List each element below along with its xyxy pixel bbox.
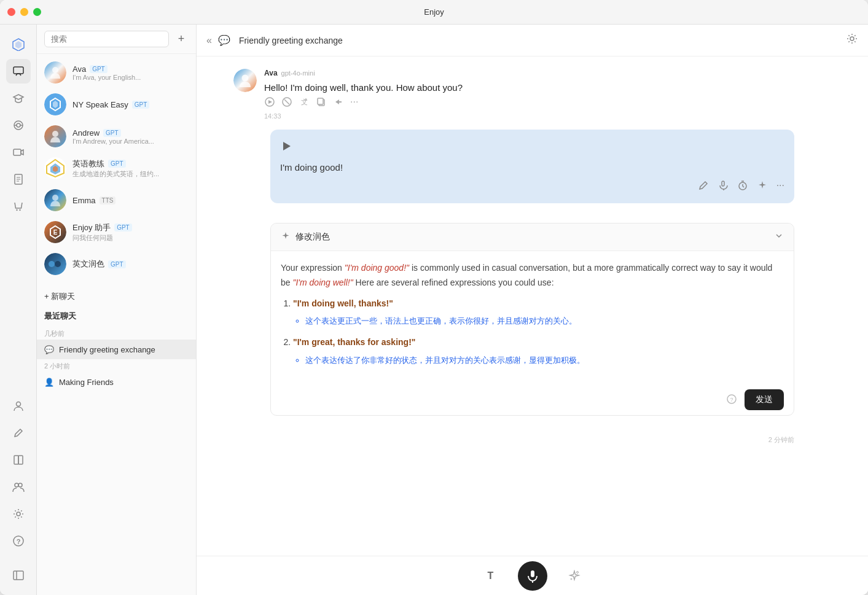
search-input[interactable] — [44, 31, 169, 47]
svg-point-19 — [17, 512, 20, 516]
enjoy-avatar: E — [44, 221, 66, 243]
copy-icon[interactable] — [316, 96, 327, 110]
nav-icon-learn[interactable] — [6, 86, 31, 111]
encoach-desc: 生成地道的美式英语，纽约... — [72, 169, 175, 179]
polish-info: 英文润色 GPT — [72, 259, 175, 270]
enjoy-info: Enjoy 助手 GPT 问我任何问题 — [72, 222, 175, 243]
nav-icon-book[interactable] — [6, 448, 31, 472]
svg-point-62 — [571, 578, 572, 580]
nav-icon-notes[interactable] — [6, 167, 31, 192]
time-label-recent: 几秒前 — [37, 327, 196, 340]
correction-intro: Your expression "I'm doing good!" is com… — [281, 261, 784, 290]
send-button[interactable]: 发送 — [745, 389, 784, 410]
mute-icon[interactable] — [281, 96, 292, 110]
nav-icon-logo[interactable] — [6, 32, 31, 56]
chat-item-greeting[interactable]: 💬 Friendly greeting exchange ··· — [37, 340, 196, 359]
user-reply-panel: I'm doing good! — [270, 130, 794, 203]
correction-chevron[interactable] — [774, 231, 784, 243]
nav-icon-shop[interactable] — [6, 194, 31, 219]
correction-sub-1: 这个表达更正式一些，语法上也更正确，表示你很好，并且感谢对方的关心。 — [293, 314, 784, 328]
add-chat-button[interactable]: + — [174, 32, 189, 47]
correction-header-left: 修改润色 — [281, 231, 330, 243]
svg-rect-53 — [722, 181, 724, 186]
translate-icon[interactable]: 文 — [299, 96, 310, 110]
correction-item-2: "I'm great, thanks for asking!" 这个表达传达了你… — [293, 335, 784, 367]
sparkle-icon[interactable] — [757, 180, 768, 193]
edit-reply-icon[interactable] — [698, 180, 709, 193]
svg-point-4 — [17, 123, 20, 127]
user-audio-button[interactable] — [280, 139, 784, 156]
nav-icon-audio[interactable] — [6, 113, 31, 138]
audio-play-icon[interactable] — [264, 96, 275, 110]
nav-icon-sidebar[interactable] — [6, 563, 31, 588]
ava-name: Ava GPT — [72, 64, 175, 74]
nav-icon-video[interactable] — [6, 140, 31, 165]
chat-item-friends[interactable]: 👤 Making Friends ··· — [37, 372, 196, 392]
text-tool[interactable]: T — [479, 564, 503, 588]
correction-sub-2: 这个表达传达了你非常好的状态，并且对对方的关心表示感谢，显得更加积极。 — [293, 354, 784, 367]
back-button[interactable]: « — [206, 35, 212, 46]
svg-point-40 — [850, 37, 854, 41]
ai-message-actions: 文 ··· — [264, 96, 831, 110]
svg-rect-15 — [14, 456, 18, 464]
time-label-older: 2 小时前 — [37, 359, 196, 372]
window-controls[interactable] — [7, 8, 41, 16]
andrew-info: Andrew GPT I'm Andrew, your America... — [72, 128, 175, 145]
nav-icon-profile[interactable] — [6, 394, 31, 418]
help-icon[interactable]: ? — [726, 394, 737, 406]
ava-info: Ava GPT I'm Ava, your English... — [72, 64, 175, 81]
nav-icon-settings[interactable] — [6, 502, 31, 526]
andrew-name: Andrew GPT — [72, 128, 175, 138]
more-icon[interactable]: ··· — [350, 96, 358, 110]
svg-marker-52 — [283, 142, 291, 150]
andrew-avatar — [44, 125, 66, 147]
ai-model: gpt-4o-mini — [281, 69, 315, 77]
svg-rect-22 — [14, 571, 23, 580]
agent-item-polish[interactable]: 英文润色 GPT ··· — [37, 248, 196, 280]
agent-item-encoach[interactable]: 英语教练 GPT 生成地道的美式英语，纽约... ··· — [37, 152, 196, 184]
sparkle-tool[interactable] — [562, 564, 587, 588]
ai-message-body: Ava gpt-4o-mini Hello! I'm doing well, t… — [264, 69, 831, 120]
nav-icon-chat[interactable] — [6, 59, 31, 84]
emma-name: Emma TTS — [72, 196, 175, 205]
mic-tool[interactable] — [518, 561, 547, 591]
chat-icon: 💬 — [44, 345, 54, 354]
nav-icon-help[interactable]: ? — [6, 529, 31, 553]
timer-icon[interactable] — [737, 180, 748, 193]
send-timestamp: 2 分钟前 — [233, 435, 831, 449]
correction-header[interactable]: 修改润色 — [271, 224, 794, 251]
bottom-toolbar: T — [197, 556, 868, 595]
enjoy-desc: 问我任何问题 — [72, 233, 175, 243]
svg-point-30 — [52, 131, 58, 137]
chat-settings-button[interactable] — [846, 33, 858, 48]
titlebar: Enjoy — [0, 0, 868, 25]
new-chat-button[interactable]: + 新聊天 — [44, 287, 189, 306]
polish-name: 英文润色 GPT — [72, 259, 175, 270]
ai-message-time: 14:33 — [264, 112, 831, 120]
mic-reply-icon[interactable] — [717, 180, 729, 193]
close-button[interactable] — [7, 8, 15, 16]
agent-item-ny[interactable]: NY Speak Easy GPT ··· — [37, 88, 196, 120]
send-row: ? 发送 — [271, 384, 794, 415]
ava-avatar — [44, 61, 66, 84]
agent-item-enjoy[interactable]: E Enjoy 助手 GPT 问我任何问题 ··· — [37, 216, 196, 248]
ai-message: Ava gpt-4o-mini Hello! I'm doing well, t… — [233, 69, 831, 120]
agent-list: Ava GPT I'm Ava, your English... ··· — [37, 54, 196, 282]
svg-point-17 — [15, 483, 18, 487]
chat-main: « 💬 Friendly greeting exchange — [197, 25, 868, 595]
svg-rect-2 — [14, 67, 23, 74]
more-reply-icon[interactable]: ··· — [776, 180, 784, 193]
minimize-button[interactable] — [20, 8, 28, 16]
header-chat-icon: 💬 — [218, 34, 230, 46]
agent-item-ava[interactable]: Ava GPT I'm Ava, your English... ··· — [37, 56, 196, 88]
forward-icon[interactable] — [333, 96, 344, 110]
enjoy-name: Enjoy 助手 GPT — [72, 222, 175, 233]
maximize-button[interactable] — [33, 8, 41, 16]
nav-icon-people[interactable] — [6, 475, 31, 499]
svg-marker-44 — [268, 100, 272, 104]
correction-sparkle-icon — [281, 231, 291, 243]
chat-header-title: Friendly greeting exchange — [239, 36, 840, 45]
agent-item-emma[interactable]: Emma TTS ··· — [37, 184, 196, 216]
agent-item-andrew[interactable]: Andrew GPT I'm Andrew, your America... ·… — [37, 120, 196, 152]
nav-icon-edit[interactable] — [6, 421, 31, 445]
